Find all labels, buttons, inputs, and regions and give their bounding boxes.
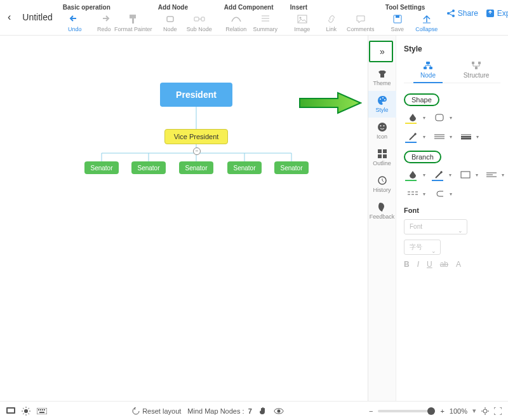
node-senator-3[interactable]: Senator — [179, 161, 213, 174]
link-button[interactable]: Link — [318, 13, 345, 32]
tab-node[interactable]: Node — [404, 61, 452, 83]
svg-rect-27 — [429, 67, 432, 69]
outline-icon — [377, 149, 387, 159]
keyboard-icon[interactable] — [37, 408, 47, 414]
node-senator-4[interactable]: Senator — [227, 161, 262, 174]
svg-rect-32 — [461, 172, 470, 178]
svg-rect-28 — [472, 62, 474, 64]
node-icon — [164, 13, 177, 25]
svg-rect-29 — [478, 62, 481, 64]
font-color-button[interactable]: A — [456, 260, 461, 269]
shape-picker[interactable]: ▾ — [431, 111, 448, 124]
branch-fill-picker[interactable]: ▾ — [404, 168, 422, 181]
svg-rect-38 — [40, 409, 41, 410]
share-icon — [446, 9, 455, 18]
node-senator-1[interactable]: Senator — [84, 161, 119, 174]
svg-point-17 — [378, 123, 387, 132]
border-width-picker[interactable]: ▾ — [457, 130, 475, 143]
node-senator-5[interactable]: Senator — [274, 161, 309, 174]
svg-rect-21 — [383, 149, 387, 153]
icon-icon — [377, 122, 387, 132]
sub-node-button[interactable]: Sub Node — [186, 13, 213, 32]
strike-button[interactable]: ab — [440, 260, 448, 269]
svg-point-43 — [277, 409, 280, 412]
svg-marker-13 — [300, 93, 361, 113]
node-senator-2[interactable]: Senator — [131, 161, 166, 174]
branch-line-color[interactable]: ▾ — [431, 168, 448, 181]
relation-button[interactable]: Relation — [223, 13, 250, 32]
svg-point-18 — [380, 125, 381, 126]
side-tab-feedback[interactable]: Feedback — [368, 198, 396, 224]
zoom-out[interactable]: − — [369, 407, 373, 415]
zoom-menu[interactable]: ▾ — [472, 407, 476, 415]
svg-rect-26 — [424, 67, 427, 69]
svg-rect-25 — [426, 62, 430, 64]
tab-structure[interactable]: Structure — [452, 61, 500, 83]
redo-button[interactable]: Redo — [91, 13, 117, 32]
export-button[interactable]: Export — [486, 9, 508, 18]
side-tab-history[interactable]: History — [368, 171, 396, 198]
link-icon — [325, 13, 338, 25]
collapse-button[interactable]: Collapse — [413, 13, 440, 32]
svg-point-15 — [382, 97, 384, 98]
top-toolbar: ‹ Untitled Basic operationUndoRedoFormat… — [0, 0, 508, 36]
svg-rect-41 — [39, 412, 44, 413]
side-tab-icon[interactable]: Icon — [368, 118, 396, 144]
bold-button[interactable]: B — [404, 260, 410, 269]
image-button[interactable]: Image — [289, 13, 316, 32]
summary-button[interactable]: Summary — [252, 13, 279, 32]
brightness-icon[interactable] — [22, 407, 30, 416]
redo-icon — [98, 13, 110, 25]
node-button[interactable]: Node — [157, 13, 184, 32]
branch-frame-picker[interactable]: ▾ — [457, 168, 474, 181]
section-branch-label: Branch — [404, 151, 441, 163]
font-family-select[interactable]: Font⌄ — [404, 219, 467, 234]
reset-layout-button[interactable]: Reset layout — [132, 407, 181, 415]
panel-subtabs: Node Structure — [404, 61, 500, 83]
comments-button[interactable]: Comments — [347, 13, 374, 32]
border-style-picker[interactable]: ▾ — [431, 130, 448, 143]
zoom-slider[interactable] — [378, 410, 435, 412]
svg-point-6 — [299, 17, 301, 19]
branch-style-a[interactable]: ▾ — [404, 187, 422, 200]
canvas[interactable]: President Vice President − Senator Senat… — [0, 36, 368, 401]
fit-icon[interactable] — [481, 407, 489, 415]
svg-rect-34 — [8, 409, 14, 412]
svg-rect-39 — [42, 409, 43, 410]
svg-point-16 — [384, 99, 385, 100]
branch-align-picker[interactable]: ▾ — [483, 168, 501, 181]
undo-button[interactable]: Undo — [62, 13, 88, 32]
presentation-icon[interactable] — [6, 407, 15, 415]
border-color-picker[interactable]: ▾ — [404, 130, 422, 143]
node-president[interactable]: President — [160, 83, 232, 107]
side-tab-theme[interactable]: Theme — [368, 64, 396, 91]
save-button[interactable]: Save — [384, 13, 411, 32]
underline-button[interactable]: U — [427, 260, 432, 269]
svg-point-44 — [483, 409, 487, 413]
branch-style-b[interactable]: ▾ — [431, 187, 448, 200]
svg-rect-22 — [378, 154, 382, 158]
side-tab-outline[interactable]: Outline — [368, 144, 396, 171]
share-button[interactable]: Share — [446, 9, 478, 18]
history-icon — [377, 175, 387, 186]
collapse-panel-button[interactable]: » — [369, 41, 393, 62]
document-title[interactable]: Untitled — [22, 12, 52, 22]
collapse-toggle[interactable]: − — [193, 147, 201, 155]
hand-tool[interactable] — [258, 407, 267, 416]
fullscreen-icon[interactable] — [494, 407, 502, 415]
back-button[interactable]: ‹ — [8, 11, 11, 23]
side-tab-style[interactable]: Style — [368, 91, 396, 118]
fill-color-picker[interactable]: ▾ — [404, 111, 422, 124]
italic-button[interactable]: I — [417, 260, 419, 269]
style-icon — [377, 95, 387, 105]
section-font-label: Font — [404, 207, 500, 214]
eye-tool[interactable] — [274, 408, 284, 414]
format-painter-button[interactable]: Format Painter — [120, 13, 147, 32]
node-count-label: Mind Map Nodes : 7 — [187, 407, 252, 415]
main-area: President Vice President − Senator Senat… — [0, 36, 508, 401]
zoom-in[interactable]: + — [440, 407, 444, 415]
theme-icon — [377, 69, 387, 79]
font-size-select[interactable]: 字号⌄ — [404, 240, 441, 255]
svg-rect-3 — [194, 17, 199, 21]
node-vice-president[interactable]: Vice President — [164, 129, 228, 144]
